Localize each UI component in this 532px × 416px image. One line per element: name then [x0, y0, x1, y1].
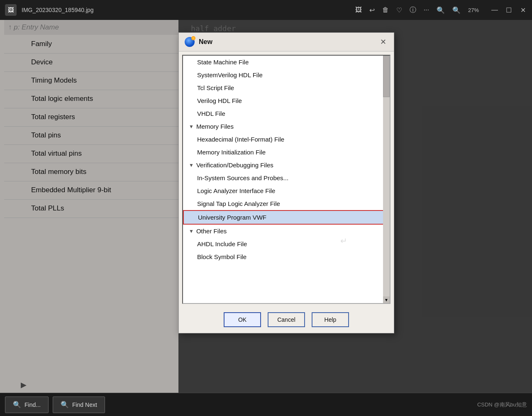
maximize-button[interactable]: ☐ [505, 6, 513, 14]
find-label: Find... [24, 401, 41, 408]
expand-arrow-icon: ▼ [189, 162, 194, 168]
ok-button[interactable]: OK [224, 312, 261, 327]
memory-files-category[interactable]: ▼ Memory Files [183, 120, 390, 133]
window-title: IMG_20230320_185940.jpg [22, 7, 350, 13]
app-icon: 🖼 [5, 4, 17, 16]
verification-debugging-category[interactable]: ▼ Verification/Debugging Files [183, 159, 390, 171]
list-item[interactable]: Verilog HDL File [183, 94, 390, 107]
zoom-in-icon[interactable]: 🔍 [452, 6, 461, 14]
window-controls: — ☐ ✕ [491, 6, 527, 14]
dialog-title: New [199, 38, 374, 46]
title-bar: 🖼 IMG_20230320_185940.jpg 🖼 ↩ 🗑 ♡ ⓘ ··· … [0, 0, 532, 20]
list-item[interactable]: AHDL Include File [183, 237, 390, 250]
binoculars-next-icon: 🔍 [61, 401, 69, 409]
find-next-label: Find Next [72, 401, 97, 408]
find-next-button[interactable]: 🔍 Find Next [53, 396, 105, 413]
minimize-button[interactable]: — [491, 6, 499, 14]
bottom-bar: 🔍 Find... 🔍 Find Next CSDN @南风bu知意 [0, 393, 532, 416]
binoculars-icon: 🔍 [13, 401, 21, 409]
list-item[interactable]: Tcl Script File [183, 81, 390, 94]
list-item[interactable]: SystemVerilog HDL File [183, 69, 390, 81]
file-type-list[interactable]: State Machine File SystemVerilog HDL Fil… [182, 55, 390, 304]
dialog-close-button[interactable]: ✕ [378, 37, 388, 47]
list-item[interactable]: Block Symbol File [183, 250, 390, 263]
category-label: Verification/Debugging Files [196, 162, 273, 169]
expand-arrow-icon: ▼ [189, 124, 194, 130]
zoom-out-icon[interactable]: 🔍 [437, 6, 445, 14]
list-item[interactable]: Logic Analyzer Interface File [183, 184, 390, 197]
category-label: Memory Files [196, 123, 234, 130]
image-icon[interactable]: 🖼 [355, 6, 362, 14]
other-files-category[interactable]: ▼ Other Files [183, 225, 390, 237]
list-item[interactable]: Hexadecimal (Intel-Format) File [183, 133, 390, 146]
dialog-logo-icon [185, 37, 195, 47]
list-item[interactable]: Signal Tap Logic Analyzer File [183, 197, 390, 210]
list-item[interactable]: State Machine File [183, 56, 390, 69]
list-item[interactable]: In-System Sources and Probes... [183, 171, 390, 184]
list-item[interactable]: VHDL File [183, 107, 390, 120]
close-button[interactable]: ✕ [519, 6, 527, 14]
undo-icon[interactable]: ↩ [369, 6, 375, 14]
list-scrollbar[interactable]: ▼ [383, 56, 390, 303]
dialog-buttons: OK Cancel Help [179, 307, 394, 333]
list-item[interactable]: Memory Initialization File [183, 146, 390, 159]
expand-arrow-icon: ▼ [189, 228, 194, 234]
app-icon-glyph: 🖼 [8, 7, 14, 13]
toolbar: 🖼 ↩ 🗑 ♡ ⓘ ··· 🔍 🔍 27% [355, 6, 479, 15]
info-icon[interactable]: ⓘ [410, 6, 416, 15]
favorite-icon[interactable]: ♡ [396, 6, 402, 14]
dialog-titlebar: New ✕ [179, 33, 394, 51]
zoom-level: 27% [468, 7, 479, 13]
cancel-button[interactable]: Cancel [268, 312, 305, 327]
university-program-vwf-item[interactable]: University Program VWF [183, 210, 390, 225]
new-file-dialog: New ✕ State Machine File SystemVerilog H… [178, 32, 394, 333]
main-content: ↑ p: Entry Name Family Device Timing Mod… [0, 20, 532, 393]
more-icon[interactable]: ··· [424, 6, 429, 14]
help-button[interactable]: Help [312, 312, 349, 327]
scroll-down-arrow-icon[interactable]: ▼ [383, 296, 390, 303]
find-button[interactable]: 🔍 Find... [5, 396, 49, 413]
category-label: Other Files [196, 228, 227, 235]
scrollbar-thumb[interactable] [383, 56, 390, 97]
delete-icon[interactable]: 🗑 [382, 6, 389, 14]
watermark: CSDN @南风bu知意 [477, 401, 527, 409]
